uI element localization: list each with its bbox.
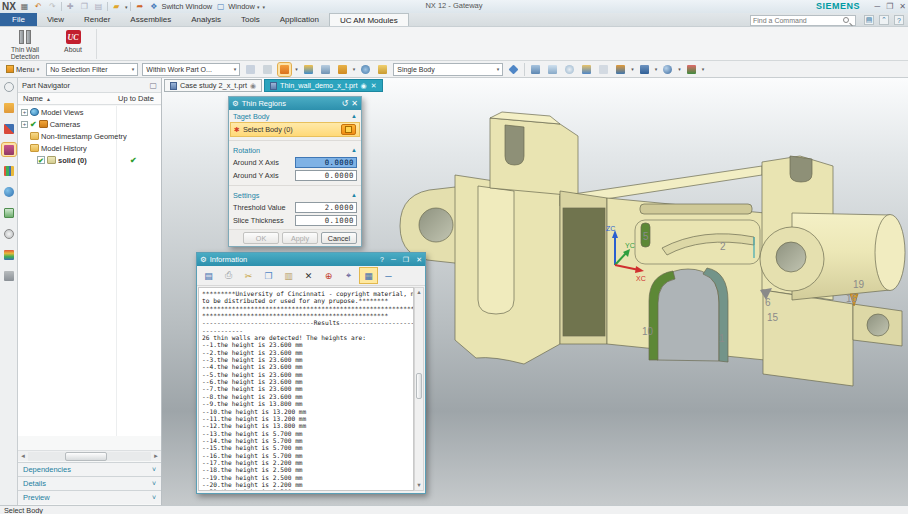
- search-binoculars-icon[interactable]: ⌖: [340, 268, 357, 283]
- info-help-icon[interactable]: ?: [380, 256, 384, 263]
- settings-section-header[interactable]: Settings ▲: [229, 189, 361, 201]
- help-icon[interactable]: ?: [894, 15, 904, 25]
- menu-button[interactable]: Menu ▾: [3, 64, 42, 75]
- scroll-left-icon[interactable]: ◄: [18, 453, 28, 459]
- measure-caret[interactable]: ▾: [702, 66, 705, 72]
- selection-rectangle-icon[interactable]: [336, 63, 349, 76]
- find-command-box[interactable]: [750, 15, 856, 26]
- web-browser-icon[interactable]: [2, 185, 16, 198]
- assembly-navigator-icon[interactable]: [2, 101, 16, 114]
- restore-button[interactable]: ❐: [886, 2, 893, 11]
- section-dependencies[interactable]: Dependencies ˅: [18, 462, 161, 476]
- collapse-icon[interactable]: ▲: [351, 192, 357, 198]
- around-x-field[interactable]: 0.0000: [295, 157, 357, 168]
- print-icon[interactable]: ⎙: [220, 268, 237, 283]
- checkbox-checked-icon[interactable]: ✔: [37, 156, 45, 164]
- threshold-field[interactable]: 2.0000: [295, 202, 357, 213]
- scroll-right-icon[interactable]: ►: [151, 453, 161, 459]
- tree-row-non-timestamp-geometry[interactable]: Non-timestamp Geometry: [18, 130, 161, 142]
- column-up-to-date[interactable]: Up to Date: [118, 94, 154, 103]
- cut-icon[interactable]: ✚: [65, 2, 76, 12]
- info-maximize-icon[interactable]: ❐: [403, 256, 409, 264]
- rotation-section-header[interactable]: Rotation ▲: [229, 144, 361, 156]
- selection-rectangle-caret[interactable]: ▾: [353, 66, 356, 72]
- apply-button[interactable]: Apply: [282, 232, 318, 244]
- reuse-library-icon[interactable]: [2, 164, 16, 177]
- undo-icon[interactable]: ↶: [33, 2, 44, 12]
- around-y-field[interactable]: 0.0000: [295, 170, 357, 181]
- information-vscrollbar[interactable]: ▲ ▼: [414, 287, 424, 491]
- copy-icon[interactable]: ❐: [79, 2, 90, 12]
- tree-row-solid[interactable]: ✔ solid (0) ✔: [18, 154, 161, 166]
- find-icon[interactable]: ⊕: [320, 268, 337, 283]
- collapse-icon[interactable]: ─: [380, 268, 397, 283]
- tab-analysis[interactable]: Analysis: [181, 13, 231, 26]
- scroll-up-icon[interactable]: ▲: [415, 288, 423, 297]
- fit-view-icon[interactable]: [529, 63, 542, 76]
- constraint-navigator-icon[interactable]: [2, 122, 16, 135]
- expand-icon[interactable]: +: [21, 121, 28, 128]
- section-preview[interactable]: Preview ˅: [18, 490, 161, 504]
- highlight-selection-icon[interactable]: [278, 63, 291, 76]
- graphics-viewport[interactable]: 5 2 10 1 15 6 16 19 ZC YC XC Case study …: [162, 78, 908, 505]
- copy-icon[interactable]: ❐: [260, 268, 277, 283]
- snap-point-icon[interactable]: [244, 63, 257, 76]
- open-dropdown-caret[interactable]: ▾: [125, 4, 128, 10]
- delete-icon[interactable]: ✕: [300, 268, 317, 283]
- expand-icon[interactable]: +: [21, 109, 28, 116]
- collapse-icon[interactable]: ▲: [351, 113, 357, 119]
- section-details[interactable]: Details ˅: [18, 476, 161, 490]
- tree-row-model-history[interactable]: Model History: [18, 142, 161, 154]
- command-finder-icon[interactable]: ▤: [864, 15, 874, 25]
- minimize-button[interactable]: ─: [874, 2, 880, 11]
- work-layer-icon[interactable]: [376, 63, 389, 76]
- true-shading-sphere-icon[interactable]: [661, 63, 674, 76]
- export-file-icon[interactable]: ▤: [200, 268, 217, 283]
- tree-row-model-views[interactable]: + Model Views: [18, 106, 161, 118]
- tab-tools[interactable]: Tools: [231, 13, 270, 26]
- thin-wall-detection-button[interactable]: Thin Wall Detection: [2, 28, 48, 60]
- general-selection-icon[interactable]: [507, 63, 520, 76]
- undock-icon[interactable]: ▢: [149, 81, 157, 90]
- open-folder-icon[interactable]: ▰: [111, 2, 122, 12]
- measure-icon[interactable]: [685, 63, 698, 76]
- collapse-icon[interactable]: ▲: [351, 147, 357, 153]
- scrollbar-thumb[interactable]: [65, 452, 107, 461]
- deselect-all-icon[interactable]: [261, 63, 274, 76]
- qat-overflow-caret[interactable]: ▾: [262, 4, 265, 10]
- horizontal-scrollbar[interactable]: ◄ ►: [18, 450, 161, 461]
- tab-application[interactable]: Application: [270, 13, 329, 26]
- dialog-reset-icon[interactable]: ↺: [342, 99, 349, 108]
- scrollbar-thumb[interactable]: [416, 373, 422, 399]
- render-style-caret[interactable]: ▾: [655, 66, 658, 72]
- part-navigator-icon[interactable]: [2, 143, 16, 156]
- show-hide-icon[interactable]: [359, 63, 372, 76]
- tab-assemblies[interactable]: Assemblies: [120, 13, 181, 26]
- system-clock-icon[interactable]: [2, 227, 16, 240]
- rotate-view-icon[interactable]: [563, 63, 576, 76]
- true-shading-caret[interactable]: ▾: [678, 66, 681, 72]
- body-select-button[interactable]: [341, 124, 356, 135]
- save-icon[interactable]: ▦: [19, 2, 30, 12]
- tab-render[interactable]: Render: [74, 13, 120, 26]
- dialog-close-icon[interactable]: ✕: [351, 99, 358, 108]
- tab-view[interactable]: View: [37, 13, 74, 26]
- find-command-input[interactable]: [753, 17, 843, 24]
- perspective-icon[interactable]: [597, 63, 610, 76]
- redo-icon[interactable]: ↷: [47, 2, 58, 12]
- render-style-icon[interactable]: [638, 63, 651, 76]
- about-button[interactable]: UC About: [50, 28, 96, 60]
- paste-icon[interactable]: ▥: [280, 268, 297, 283]
- move-object-icon[interactable]: [302, 63, 315, 76]
- pan-view-icon[interactable]: [580, 63, 593, 76]
- repeat-command-icon[interactable]: ➦: [134, 2, 145, 12]
- selection-filter-dropdown[interactable]: No Selection Filter ▾: [46, 63, 138, 76]
- doc-tab-case-study[interactable]: Case study 2_x_t.prt ◉: [164, 79, 262, 92]
- pin-icon[interactable]: ◉: [250, 82, 256, 90]
- history-palette-icon[interactable]: [2, 206, 16, 219]
- doc-tab-thin-wall-demo[interactable]: Thin_wall_demo_x_t.prt ◉ ✕: [264, 79, 382, 92]
- tree-row-cameras[interactable]: + ✔ Cameras: [18, 118, 161, 130]
- close-button[interactable]: ✕: [899, 2, 906, 11]
- body-filter-dropdown[interactable]: Single Body ▾: [393, 63, 503, 76]
- target-body-section-header[interactable]: Taget Body ▲: [229, 110, 361, 122]
